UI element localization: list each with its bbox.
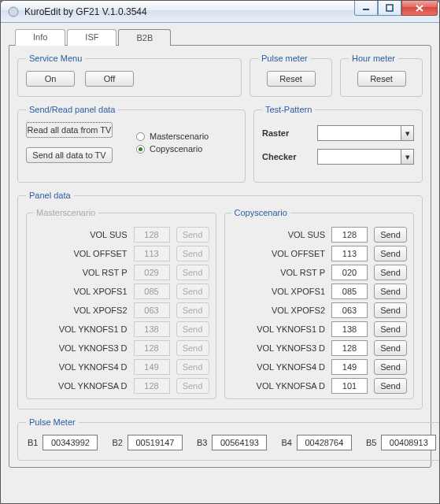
panel-row-label: VOL SUS <box>288 230 325 239</box>
panel-row-input[interactable] <box>331 265 368 280</box>
pulse-input[interactable] <box>381 435 436 450</box>
panel-row-label: VOL RST P <box>280 268 325 277</box>
panel-row: VOL OFFSETSend <box>33 246 209 261</box>
window-buttons <box>354 1 438 16</box>
titlebar[interactable]: KuroEdit by GF21 V.1.0.3544 <box>1 1 439 23</box>
panel-row: VOL SUSSend <box>231 227 408 243</box>
group-pulse-meter-reset: Pulse meter Reset <box>250 54 332 97</box>
app-icon <box>7 6 20 18</box>
panel-row-send-button[interactable]: Send <box>374 321 407 337</box>
panel-row: VOL RST PSend <box>33 265 209 280</box>
panel-row-input <box>134 340 170 356</box>
panel-row-input[interactable] <box>331 378 368 394</box>
legend-pulse-meter: Pulse meter <box>258 54 311 63</box>
button-send-all[interactable]: Send all data to TV <box>26 147 113 163</box>
button-service-off[interactable]: Off <box>85 71 134 87</box>
maximize-button[interactable] <box>378 1 401 16</box>
client-area: Info ISF B2B Service Menu On Off Pulse m… <box>1 23 439 503</box>
tab-panel-b2b: Service Menu On Off Pulse meter Reset Ho… <box>9 45 431 468</box>
panel-row-input <box>134 246 170 261</box>
panel-row: VOL SUSSend <box>33 227 209 243</box>
close-button[interactable] <box>401 1 438 16</box>
pulse-input[interactable] <box>43 435 98 450</box>
panel-row: VOL YKNOFS1 DSend <box>33 321 209 337</box>
legend-send-read: Send/Read panel data <box>26 105 118 114</box>
panel-row-send-button: Send <box>176 246 209 261</box>
group-send-read: Send/Read panel data Read all data from … <box>17 105 246 183</box>
panel-row: VOL XPOFS1Send <box>231 284 408 299</box>
panel-row-input[interactable] <box>331 227 368 243</box>
panel-row-send-button[interactable]: Send <box>374 227 407 243</box>
svg-point-0 <box>9 7 18 17</box>
panel-row-label: VOL RST P <box>83 268 128 277</box>
panel-row: VOL XPOFS2Send <box>231 302 408 318</box>
panel-row-send-button: Send <box>176 227 209 243</box>
panel-row-send-button[interactable]: Send <box>374 302 407 318</box>
panel-row-send-button: Send <box>176 302 209 318</box>
tab-isf[interactable]: ISF <box>67 29 116 46</box>
combo-checker[interactable]: ▾ <box>317 149 414 165</box>
panel-row-label: VOL YKNOFS3 D <box>59 343 128 353</box>
pulse-input[interactable] <box>212 435 267 450</box>
panel-row-input <box>134 378 170 394</box>
combo-raster[interactable]: ▾ <box>317 125 414 141</box>
panel-row-label: VOL OFFSET <box>73 249 127 258</box>
panel-row-input[interactable] <box>331 321 368 337</box>
panel-row-label: VOL OFFSET <box>272 249 325 258</box>
tab-info[interactable]: Info <box>15 29 65 46</box>
panel-row-send-button[interactable]: Send <box>374 378 407 394</box>
pulse-input[interactable] <box>297 435 352 450</box>
group-test-pattern: Test-Pattern Raster ▾ Checker ▾ <box>253 105 423 183</box>
panel-row-input <box>134 321 170 337</box>
scenario-radio-group: Masterscenario Copyscenario <box>136 128 209 157</box>
panel-row-input <box>134 265 170 280</box>
svg-rect-1 <box>363 9 369 10</box>
legend-test-pattern: Test-Pattern <box>262 105 315 114</box>
panel-row-send-button[interactable]: Send <box>374 359 407 375</box>
panel-row: VOL YKNOFS4 DSend <box>231 359 408 375</box>
panel-row-label: VOL SUS <box>90 230 127 239</box>
group-copyscenario: Copyscenario VOL SUSSendVOL OFFSETSendVO… <box>224 208 415 399</box>
tabstrip: Info ISF B2B <box>15 29 431 46</box>
button-read-all[interactable]: Read all data from TV <box>26 122 113 138</box>
panel-row-input[interactable] <box>331 340 368 356</box>
button-service-on[interactable]: On <box>26 71 75 87</box>
panel-row-input[interactable] <box>331 246 368 261</box>
panel-row: VOL YKNOFS3 DSend <box>33 340 209 356</box>
label-raster: Raster <box>262 128 317 138</box>
legend-panel-data: Panel data <box>26 191 74 200</box>
tab-b2b[interactable]: B2B <box>118 29 171 46</box>
minimize-button[interactable] <box>354 1 378 16</box>
panel-row-label: VOL XPOFS2 <box>272 306 325 315</box>
panel-row-send-button[interactable]: Send <box>374 265 407 280</box>
radio-copyscenario[interactable]: Copyscenario <box>136 144 209 154</box>
pulse-input[interactable] <box>128 435 183 450</box>
panel-row-send-button[interactable]: Send <box>374 246 407 261</box>
chevron-down-icon[interactable]: ▾ <box>401 126 413 140</box>
panel-row-input <box>134 302 170 318</box>
radio-masterscenario[interactable]: Masterscenario <box>136 132 209 141</box>
panel-row-input[interactable] <box>331 284 368 299</box>
panel-row-input <box>134 359 170 375</box>
panel-row-input[interactable] <box>331 302 368 318</box>
panel-row-send-button[interactable]: Send <box>374 284 407 299</box>
chevron-down-icon[interactable]: ▾ <box>401 150 413 164</box>
window-title: KuroEdit by GF21 V.1.0.3544 <box>24 6 147 17</box>
legend-masterscenario: Masterscenario <box>33 208 98 217</box>
legend-copyscenario: Copyscenario <box>231 208 290 217</box>
button-reset-pulse[interactable]: Reset <box>267 71 316 87</box>
legend-service-menu: Service Menu <box>26 54 85 63</box>
legend-hour-meter: Hour meter <box>349 54 398 63</box>
panel-row: VOL YKNOFS1 DSend <box>231 321 408 337</box>
pulse-label: B4 <box>281 438 291 447</box>
panel-row-send-button[interactable]: Send <box>374 340 407 356</box>
panel-row-send-button: Send <box>176 378 209 394</box>
label-checker: Checker <box>262 152 317 161</box>
panel-row-input <box>134 284 170 299</box>
panel-row-label: VOL YKNOFS1 D <box>257 324 325 334</box>
panel-row: VOL YKNOFSA DSend <box>33 378 209 394</box>
panel-row-input[interactable] <box>331 359 368 375</box>
legend-pulse-meter-values: Pulse Meter <box>26 417 79 427</box>
button-reset-hour[interactable]: Reset <box>357 71 406 87</box>
svg-rect-2 <box>386 5 393 11</box>
